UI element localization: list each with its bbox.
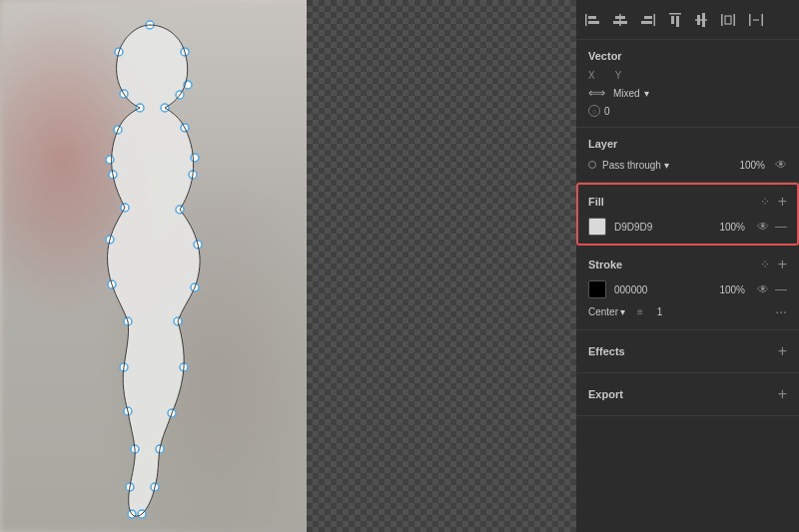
fill-opacity[interactable]: 100%: [719, 222, 745, 233]
svg-rect-41: [669, 13, 681, 15]
y-label: Y: [615, 70, 622, 81]
stroke-weight-value[interactable]: 1: [657, 306, 663, 317]
stroke-bottom-row: Center ▾ ≡ 1 ···: [588, 303, 787, 319]
mixed-value[interactable]: Mixed ▾: [613, 88, 649, 99]
svg-rect-36: [615, 16, 625, 19]
fill-color-hex[interactable]: D9D9D9: [614, 222, 711, 233]
export-add-icon[interactable]: +: [778, 385, 787, 403]
visibility-icon[interactable]: 👁: [775, 158, 787, 172]
figure-svg: [40, 10, 260, 519]
stroke-align-mode[interactable]: Center ▾: [588, 306, 625, 317]
svg-rect-32: [585, 14, 587, 26]
svg-rect-47: [721, 14, 723, 26]
stroke-color-swatch[interactable]: [588, 280, 606, 298]
svg-rect-51: [762, 14, 764, 26]
stroke-title: Stroke: [588, 259, 622, 270]
svg-rect-50: [749, 14, 751, 26]
svg-rect-39: [644, 16, 652, 19]
stroke-visibility-icon[interactable]: 👁: [757, 282, 769, 296]
layer-section: Layer Pass through ▾ 100% 👁: [576, 128, 799, 183]
svg-point-15: [106, 156, 114, 164]
stroke-section: Stroke ⁘ + 000000 100% 👁 — Center ▾ ≡ 1: [576, 246, 799, 330]
stroke-opacity[interactable]: 100%: [719, 284, 745, 295]
figure-container: [40, 10, 260, 519]
vector-section: Vector X Y ⟺ Mixed ▾ ○ 0: [576, 40, 799, 128]
fill-header: Fill ⁘ +: [588, 193, 787, 211]
align-center-h-icon[interactable]: [612, 13, 628, 27]
align-middle-icon[interactable]: [694, 12, 708, 28]
svg-rect-43: [676, 16, 679, 27]
svg-rect-44: [695, 19, 707, 21]
svg-rect-33: [588, 16, 596, 19]
xy-row: X Y: [588, 70, 787, 81]
distribute-icon[interactable]: [720, 13, 736, 27]
align-left-icon[interactable]: [584, 13, 600, 27]
svg-rect-35: [619, 14, 621, 26]
x-label: X: [588, 70, 595, 81]
export-title: Export: [588, 388, 623, 400]
vector-title: Vector: [588, 50, 787, 62]
align-top-icon[interactable]: [668, 12, 682, 28]
canvas-background: [0, 0, 576, 532]
fill-title: Fill: [588, 196, 604, 208]
layer-opacity[interactable]: 100%: [739, 160, 765, 171]
svg-rect-49: [725, 16, 731, 24]
stroke-remove-icon[interactable]: —: [775, 282, 787, 296]
fill-remove-icon[interactable]: —: [775, 220, 787, 234]
mixed-arrows-icon: ⟺: [588, 86, 605, 100]
canvas-area: [0, 0, 576, 532]
fill-controls: 👁 —: [753, 220, 787, 234]
stroke-controls: 👁 —: [753, 282, 787, 296]
fill-color-swatch[interactable]: [588, 218, 606, 236]
transparent-checkered: [307, 0, 576, 532]
stroke-row: 000000 100% 👁 —: [588, 280, 787, 298]
blend-mode-selector[interactable]: Pass through ▾: [602, 160, 669, 171]
effects-section: Effects +: [576, 330, 799, 373]
fill-section: Fill ⁘ + D9D9D9 100% 👁 —: [576, 183, 799, 246]
svg-rect-48: [734, 14, 736, 26]
svg-point-9: [191, 154, 199, 162]
layer-row: Pass through ▾ 100% 👁: [588, 158, 787, 172]
svg-rect-37: [613, 21, 627, 24]
layer-title: Layer: [588, 138, 787, 150]
effects-header[interactable]: Effects +: [588, 342, 787, 360]
blend-mode-icon: [588, 161, 596, 169]
stroke-add-icon[interactable]: +: [778, 256, 787, 273]
svg-rect-34: [588, 21, 599, 24]
fill-header-icons: ⁘ +: [760, 193, 787, 211]
fill-options-icon[interactable]: ⁘: [760, 195, 770, 209]
svg-rect-42: [671, 16, 674, 24]
export-header[interactable]: Export +: [588, 385, 787, 403]
fill-add-icon[interactable]: +: [778, 193, 787, 211]
svg-rect-45: [697, 15, 700, 25]
export-section: Export +: [576, 373, 799, 416]
top-toolbar: [576, 0, 799, 40]
stroke-more-icon[interactable]: ···: [775, 303, 787, 319]
stroke-header: Stroke ⁘ +: [588, 256, 787, 273]
svg-rect-40: [641, 21, 652, 24]
effects-title: Effects: [588, 345, 625, 357]
svg-rect-38: [654, 14, 656, 26]
effects-add-icon[interactable]: +: [778, 342, 787, 360]
stroke-options-icon[interactable]: ⁘: [760, 258, 770, 271]
stroke-color-hex[interactable]: 000000: [614, 284, 711, 295]
mixed-row: ⟺ Mixed ▾: [588, 86, 787, 100]
svg-rect-46: [702, 13, 705, 27]
degree-circle-icon: ○: [588, 105, 600, 117]
degree-value[interactable]: 0: [604, 106, 610, 117]
right-panel: Vector X Y ⟺ Mixed ▾ ○ 0 Layer Pass thro…: [576, 0, 799, 532]
degree-row: ○ 0: [588, 105, 787, 117]
stroke-weight-row: 1: [657, 306, 663, 317]
more-icon[interactable]: [748, 13, 764, 27]
fill-row: D9D9D9 100% 👁 —: [588, 218, 787, 236]
align-right-icon[interactable]: [640, 13, 656, 27]
stroke-lines-icon: ≡: [637, 306, 643, 317]
fill-visibility-icon[interactable]: 👁: [757, 220, 769, 234]
stroke-header-icons: ⁘ +: [760, 256, 787, 273]
